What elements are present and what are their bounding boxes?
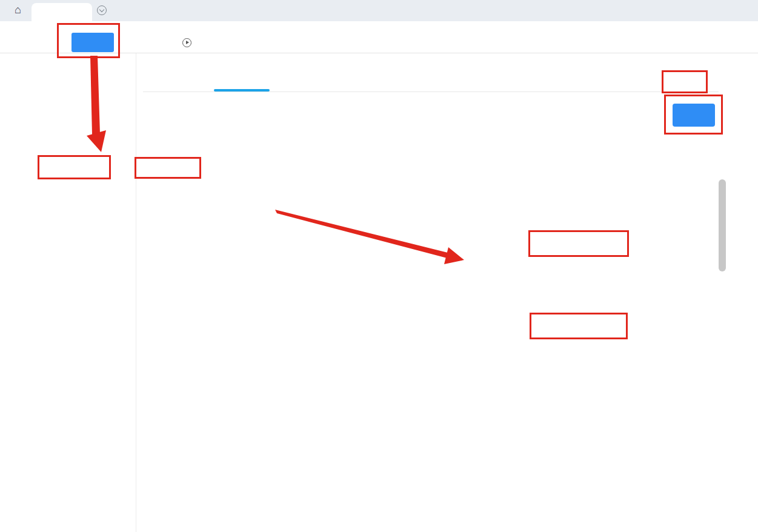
- nav-item-role-management[interactable]: [71, 33, 114, 52]
- vertical-scrollbar[interactable]: [719, 179, 726, 271]
- browser-topbar: ⌂: [0, 0, 758, 21]
- page-tab[interactable]: [32, 3, 92, 21]
- annotation-box: [662, 70, 708, 93]
- chevron-down-circle-icon[interactable]: [97, 5, 107, 15]
- tabs-bottom-border: [143, 91, 719, 92]
- module-navbar: [0, 21, 758, 53]
- annotation-box: [38, 155, 111, 179]
- annotation-box: [528, 230, 629, 257]
- sidebar-divider: [136, 53, 136, 532]
- play-circle-icon[interactable]: [182, 38, 191, 47]
- save-button[interactable]: [673, 104, 715, 127]
- watermark-layer: [0, 0, 758, 532]
- annotation-layer: [0, 0, 758, 532]
- annotation-arrows: [0, 0, 758, 532]
- annotation-box: [135, 157, 201, 179]
- home-icon[interactable]: ⌂: [15, 4, 21, 16]
- annotation-box: [530, 313, 628, 339]
